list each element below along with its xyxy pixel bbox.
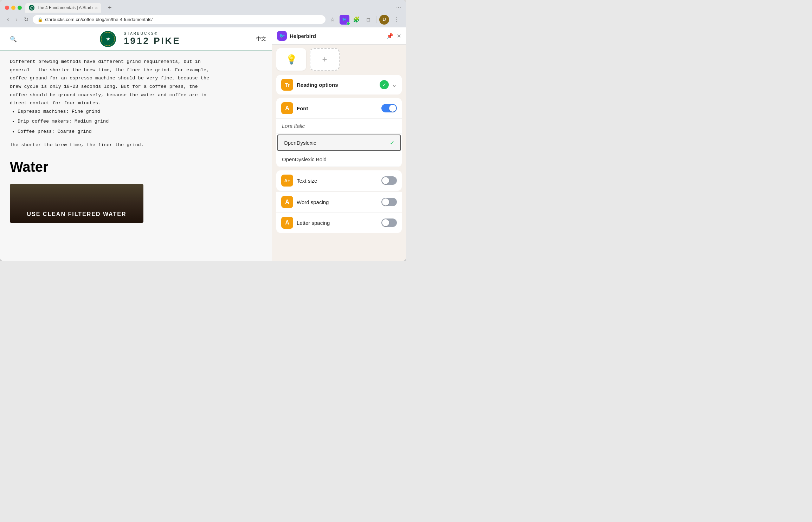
window-menu-icon[interactable]: ⋯ xyxy=(396,5,401,11)
panel-title: Helperbird xyxy=(290,33,316,39)
list-item-2: Drip coffee makers: Medium grind xyxy=(18,117,214,126)
letter-spacing-row: A Letter spacing xyxy=(276,213,402,233)
article-body: Different brewing methods have different… xyxy=(10,58,214,223)
extension-icon-1[interactable]: 🐦 xyxy=(340,15,349,25)
extension-icon-2[interactable]: 🧩 xyxy=(352,15,361,25)
reading-options-header[interactable]: Tr Reading options ✓ ⌄ xyxy=(276,75,402,94)
font-selected-check: ✓ xyxy=(390,139,394,146)
font-item-opendyslexic-label: OpenDyslexic xyxy=(284,140,316,146)
browser-window: ★ The 4 Fundamentals | A Starb × + ⋯ ‹ ›… xyxy=(0,0,406,261)
word-spacing-toggle[interactable] xyxy=(381,198,397,206)
title-bar: ★ The 4 Fundamentals | A Starb × + ⋯ xyxy=(0,0,406,13)
reading-options-check[interactable]: ✓ xyxy=(380,80,389,89)
bookmark-icon[interactable]: ☆ xyxy=(328,15,337,25)
font-label: Font xyxy=(297,105,308,111)
brand-name: STARBUCKS® xyxy=(124,32,181,35)
brand-divider xyxy=(120,32,120,46)
reading-options-label: Reading options xyxy=(297,82,338,88)
reading-options-right: ✓ ⌄ xyxy=(380,80,397,89)
article-area: Different brewing methods have different… xyxy=(0,51,272,261)
helperbird-panel: 🐦 Helperbird 📌 × 💡 + xyxy=(272,27,406,261)
bulb-icon: 💡 xyxy=(286,54,297,65)
svg-text:★: ★ xyxy=(106,36,110,42)
close-panel-icon[interactable]: × xyxy=(397,32,401,39)
font-item-lora[interactable]: Lora Italic xyxy=(276,119,402,133)
font-item-opendyslexic[interactable]: OpenDyslexic ✓ xyxy=(277,135,401,151)
tab-favicon: ★ xyxy=(29,5,34,11)
traffic-light-yellow[interactable] xyxy=(11,6,15,10)
active-tab[interactable]: ★ The 4 Fundamentals | A Starb × xyxy=(25,3,101,13)
word-spacing-toggle-thumb xyxy=(382,198,389,205)
address-field[interactable]: 🔒 starbucks.com.cn/coffee-blog/en/the-4-… xyxy=(33,15,326,24)
reading-options-chevron[interactable]: ⌄ xyxy=(392,81,397,89)
search-strip: 🔍 xyxy=(6,36,21,43)
menu-icon[interactable]: ⋮ xyxy=(391,15,401,25)
svg-text:★: ★ xyxy=(31,7,33,9)
text-size-toggle-thumb xyxy=(382,177,389,184)
add-icon: + xyxy=(322,54,327,64)
panel-header-right: 📌 × xyxy=(386,32,401,39)
image-text: USE CLEAN FILTERED WATER xyxy=(27,209,127,219)
brand-text: STARBUCKS® 1912 PIKE xyxy=(124,32,181,46)
reload-button[interactable]: ↻ xyxy=(22,15,31,24)
reading-options-left: Tr Reading options xyxy=(281,79,338,91)
word-spacing-row: A Word spacing xyxy=(276,192,402,212)
separator xyxy=(376,16,376,23)
website-area: 🔍 ★ STARBUCKS® 1912 PIKE 中文 xyxy=(0,27,272,261)
letter-spacing-left: A Letter spacing xyxy=(281,217,330,229)
font-panel-header: A Font xyxy=(276,98,402,119)
idea-card[interactable]: 💡 xyxy=(276,48,306,71)
reader-view-icon[interactable]: ⊟ xyxy=(363,15,373,25)
reading-options-icon: Tr xyxy=(281,79,293,91)
font-toggle[interactable] xyxy=(381,104,397,112)
text-size-label: Text size xyxy=(297,178,317,184)
font-item-opendyslexic-bold[interactable]: OpenDyslexic Bold xyxy=(276,152,402,167)
font-item-opendyslexic-bold-label: OpenDyslexic Bold xyxy=(282,156,327,162)
article-list: Espresso machines: Fine grind Drip coffe… xyxy=(18,107,214,136)
pin-icon[interactable]: 📌 xyxy=(386,33,393,39)
word-spacing-left: A Word spacing xyxy=(281,196,329,208)
panel-header-left: 🐦 Helperbird xyxy=(277,31,316,41)
text-size-icon: A+ xyxy=(281,175,293,187)
letter-spacing-toggle[interactable] xyxy=(381,218,397,227)
address-text: starbucks.com.cn/coffee-blog/en/the-4-fu… xyxy=(45,17,153,22)
article-heading-water: Water xyxy=(10,155,214,179)
text-size-row: A+ Text size xyxy=(276,170,402,191)
back-button[interactable]: ‹ xyxy=(5,14,11,25)
search-icon[interactable]: 🔍 xyxy=(10,36,17,43)
main-content: 🔍 ★ STARBUCKS® 1912 PIKE 中文 xyxy=(0,27,406,261)
add-card[interactable]: + xyxy=(310,48,340,71)
font-panel-header-left: A Font xyxy=(281,102,308,114)
starbucks-logo: ★ STARBUCKS® 1912 PIKE xyxy=(24,31,256,47)
font-icon: A xyxy=(281,102,293,114)
list-item-3: Coffee press: Coarse grind xyxy=(18,128,214,136)
article-paragraph-1: Different brewing methods have different… xyxy=(10,58,214,107)
lock-icon: 🔒 xyxy=(38,17,43,22)
helperbird-logo: 🐦 xyxy=(277,31,287,41)
chinese-button[interactable]: 中文 xyxy=(256,36,266,42)
article-paragraph-2: The shorter the brew time, the finer the… xyxy=(10,141,214,149)
cards-row: 💡 + xyxy=(276,48,402,71)
traffic-lights xyxy=(5,6,22,10)
forward-button[interactable]: › xyxy=(13,14,20,25)
font-item-lora-label: Lora Italic xyxy=(282,123,305,129)
list-item-1: Espresso machines: Fine grind xyxy=(18,107,214,116)
text-size-left: A+ Text size xyxy=(281,175,317,187)
starbucks-logo-icon: ★ xyxy=(99,31,116,47)
new-tab-button[interactable]: + xyxy=(105,3,115,13)
traffic-light-red[interactable] xyxy=(5,6,9,10)
letter-spacing-icon: A xyxy=(281,217,293,229)
text-size-toggle[interactable] xyxy=(381,176,397,185)
panel-body: 💡 + Tr Reading options ✓ ⌄ xyxy=(272,45,406,261)
traffic-light-green[interactable] xyxy=(18,6,22,10)
tab-close-icon[interactable]: × xyxy=(95,5,98,11)
font-panel: A Font Lora Italic xyxy=(276,98,402,167)
letter-spacing-toggle-thumb xyxy=(382,219,389,226)
profile-icon[interactable]: U xyxy=(379,15,389,25)
word-spacing-icon: A xyxy=(281,196,293,208)
tab-title: The 4 Fundamentals | A Starb xyxy=(37,5,93,10)
letter-spacing-label: Letter spacing xyxy=(297,220,330,226)
article-image: USE CLEAN FILTERED WATER xyxy=(10,184,143,223)
brand-pike: 1912 PIKE xyxy=(124,35,181,46)
starbucks-header: 🔍 ★ STARBUCKS® 1912 PIKE 中文 xyxy=(0,27,272,51)
